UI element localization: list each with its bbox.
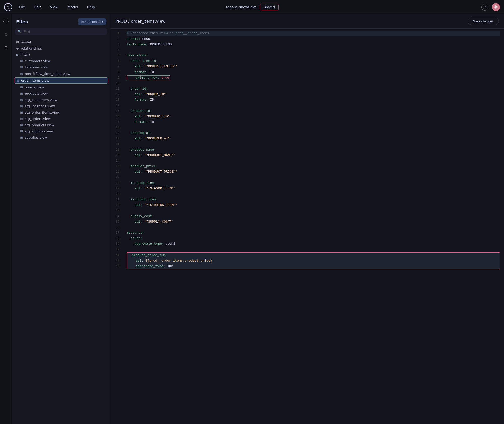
line-number: 18 — [110, 125, 122, 130]
line-number: 14 — [110, 103, 122, 108]
line-number: 36 — [110, 225, 122, 230]
main-layout: { } ⊙ ⊡ Files ⊞ Combined ▾ 🔍 ⊡model⊙rela… — [0, 14, 504, 424]
combined-dropdown[interactable]: ⊞ Combined ▾ — [78, 18, 106, 25]
key-text: product_name: — [127, 148, 156, 152]
tree-item-label: order_items.view — [21, 79, 49, 82]
help-button[interactable]: ? — [481, 4, 488, 11]
line-number: 16 — [110, 114, 122, 119]
code-line — [127, 125, 500, 130]
code-line: dimensions: — [127, 53, 500, 58]
shared-button[interactable]: Shared — [260, 4, 279, 10]
tree-item-label: stg_supplies.view — [25, 129, 54, 133]
tree-item-stg_order_items-view[interactable]: ⊞stg_order_items.view — [12, 109, 110, 116]
tree-item-label: stg_orders.view — [25, 117, 51, 121]
line-number: 30 — [110, 191, 122, 197]
line-number: 19 — [110, 130, 122, 136]
tree-item-PROD[interactable]: ▶PROD — [12, 52, 110, 58]
menu-item-file[interactable]: File — [17, 4, 27, 10]
key-text: dimensions: — [127, 54, 148, 57]
line-number: 3 — [110, 42, 122, 47]
layers-icon: ⊞ — [81, 20, 84, 24]
code-line: format: ID — [127, 119, 500, 125]
line-number: 29 — [110, 186, 122, 191]
tree-item-label: metricflow_time_spine.view — [25, 72, 70, 76]
app-logo[interactable]: ○ — [4, 3, 12, 11]
tree-item-products-view[interactable]: ⊞products.view — [12, 90, 110, 97]
menu-item-edit[interactable]: Edit — [32, 4, 43, 10]
tree-item-relationships[interactable]: ⊙relationships — [12, 45, 110, 52]
code-line: ordered_at: — [127, 130, 500, 136]
tree-item-stg_orders-view[interactable]: ⊞stg_orders.view — [12, 116, 110, 122]
key-text: is_drink_item: — [127, 198, 158, 201]
menu-item-model[interactable]: Model — [66, 4, 80, 10]
line-number: 20 — [110, 136, 122, 142]
code-editor[interactable]: 1234567891011121314151617181920212223242… — [110, 29, 504, 424]
search-icon: 🔍 — [18, 30, 22, 33]
line-number: 35 — [110, 219, 122, 225]
code-line: sql: '"ORDER_ITEM_ID"' — [127, 64, 500, 69]
table-icon: ⊞ — [20, 117, 23, 121]
code-line: schema: PROD — [127, 36, 500, 42]
code-line — [127, 191, 500, 197]
search-input[interactable] — [24, 30, 105, 33]
avatar[interactable]: 相 — [492, 3, 500, 11]
line-number: 42 — [110, 258, 122, 263]
tree-item-stg_products-view[interactable]: ⊞stg_products.view — [12, 122, 110, 128]
tree-item-label: PROD — [21, 53, 30, 57]
key-text: order_item_id: — [127, 59, 158, 63]
menu-item-help[interactable]: Help — [85, 4, 97, 10]
line-number: 22 — [110, 147, 122, 153]
code-line: sql: '"IS_DRINK_ITEM"' — [127, 202, 500, 208]
code-line: count: — [127, 236, 500, 241]
key-text: order_id: — [127, 87, 148, 91]
search-box[interactable]: 🔍 — [15, 28, 107, 35]
save-changes-button[interactable]: Save changes — [468, 18, 499, 25]
tree-item-stg_locations-view[interactable]: ⊞stg_locations.view — [12, 103, 110, 109]
tree-item-label: relationships — [21, 47, 42, 50]
file-tree-list: ⊡model⊙relationships▶PROD⊞customers.view… — [12, 38, 110, 424]
line-number: 4 — [110, 47, 122, 53]
sidebar-item-clock[interactable]: ⊙ — [2, 30, 10, 38]
combined-label: Combined — [85, 20, 100, 24]
chevron-down-icon: ▾ — [102, 20, 103, 23]
menu-item-view[interactable]: View — [48, 4, 60, 10]
code-line: sql: '"IS_FOOD_ITEM"' — [127, 186, 500, 191]
model-icon: ⊡ — [16, 40, 19, 44]
table-icon: ⊞ — [20, 85, 23, 89]
sidebar-item-curly-braces[interactable]: { } — [2, 17, 10, 25]
folder-icon: ▶ — [16, 53, 19, 57]
code-line: sql: '"PRODUCT_ID"' — [127, 114, 500, 119]
sidebar-item-bookmark[interactable]: ⊡ — [2, 43, 10, 51]
tree-item-stg_customers-view[interactable]: ⊞stg_customers.view — [12, 97, 110, 103]
tree-item-stg_supplies-view[interactable]: ⊞stg_supplies.view — [12, 128, 110, 134]
code-line: sql: '"ORDERED_AT"' — [127, 136, 500, 142]
code-line: sql: '"PRODUCT_NAME"' — [127, 153, 500, 158]
tree-item-label: model — [21, 40, 31, 44]
line-number: 11 — [110, 86, 122, 92]
tree-item-metricflow_time_spine-view[interactable]: ⊞metricflow_time_spine.view — [12, 70, 110, 77]
code-line: table_name: ORDER_ITEMS — [127, 42, 500, 47]
code-line: sql: '"PRODUCT_PRICE"' — [127, 169, 500, 175]
tree-item-customers-view[interactable]: ⊞customers.view — [12, 58, 110, 64]
code-line: format: ID — [127, 97, 500, 103]
relation-icon: ⊙ — [16, 47, 19, 50]
line-number: 26 — [110, 169, 122, 175]
line-number: 21 — [110, 142, 122, 147]
editor-area: PROD / order_items.view Save changes 123… — [110, 14, 504, 424]
line-number: 15 — [110, 108, 122, 114]
line-number: 32 — [110, 202, 122, 208]
tree-item-locations-view[interactable]: ⊞locations.view — [12, 64, 110, 70]
code-line — [127, 81, 500, 86]
code-line: product_price: — [127, 164, 500, 169]
line-number: 13 — [110, 97, 122, 103]
tree-item-supplies-view[interactable]: ⊞supplies.view — [12, 134, 110, 141]
key-text: is_food_item: — [127, 181, 156, 185]
tree-item-label: stg_locations.view — [25, 104, 55, 108]
code-line: product_name: — [127, 147, 500, 153]
tree-item-orders-view[interactable]: ⊞orders.view — [12, 84, 110, 90]
code-line — [127, 158, 500, 164]
tree-item-model[interactable]: ⊡model — [12, 39, 110, 45]
code-line — [127, 247, 500, 252]
table-icon: ⊞ — [20, 111, 23, 114]
tree-item-order_items-view[interactable]: ⊞order_items.view — [14, 77, 108, 84]
